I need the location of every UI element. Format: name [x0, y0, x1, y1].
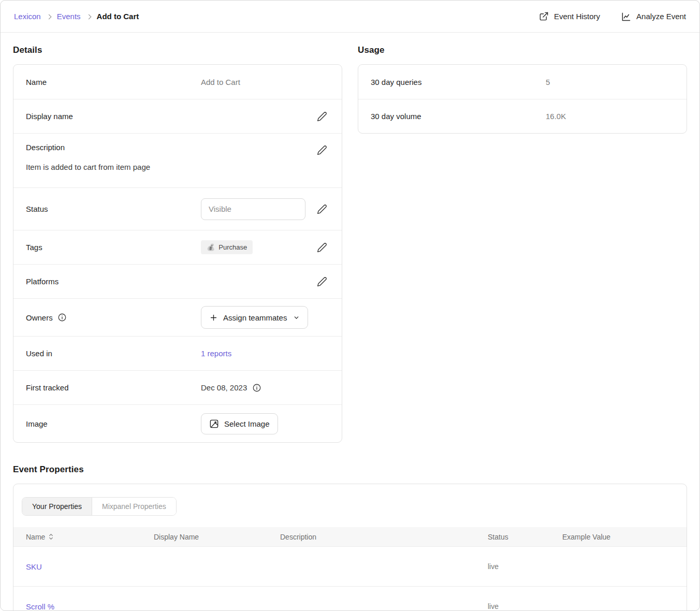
details-title: Details	[13, 45, 342, 55]
select-image-label: Select Image	[224, 419, 270, 428]
name-column-label: Name	[26, 533, 45, 541]
chevron-right-icon	[86, 14, 91, 19]
property-row-sku[interactable]: SKU live	[13, 546, 687, 586]
status-label: Status	[26, 205, 201, 213]
info-icon[interactable]	[57, 313, 67, 322]
property-status: live	[488, 602, 562, 610]
edit-description-button[interactable]	[315, 143, 329, 157]
tab-mixpanel-properties[interactable]: Mixpanel Properties	[92, 498, 176, 515]
usage-card: 30 day queries 5 30 day volume 16.0K	[358, 64, 687, 134]
chevron-down-icon	[293, 314, 300, 321]
tags-label: Tags	[26, 243, 201, 252]
event-history-button[interactable]: Event History	[539, 11, 600, 21]
detail-row-status: Status	[13, 187, 342, 230]
detail-row-used-in: Used in 1 reports	[13, 336, 342, 370]
first-tracked-value: Dec 08, 2023	[201, 383, 247, 392]
tag-label: Purchase	[218, 243, 247, 251]
usage-row-volume: 30 day volume 16.0K	[358, 99, 687, 133]
owners-label: Owners	[26, 313, 53, 322]
chevron-right-icon	[46, 14, 51, 19]
status-input[interactable]	[201, 198, 305, 220]
detail-row-description: Description Item is added to cart from i…	[13, 133, 342, 187]
external-link-icon	[539, 11, 549, 21]
usage-title: Usage	[358, 45, 687, 55]
analyze-event-button[interactable]: Analyze Event	[621, 11, 686, 22]
first-tracked-label: First tracked	[26, 383, 201, 392]
line-chart-icon	[621, 11, 631, 22]
pencil-icon	[317, 145, 327, 155]
volume-value: 16.0K	[546, 112, 566, 121]
event-properties-card: Your Properties Mixpanel Properties Name	[13, 484, 687, 611]
assign-teammates-button[interactable]: Assign teammates	[201, 306, 308, 329]
used-in-label: Used in	[26, 349, 201, 358]
pencil-icon	[317, 277, 327, 287]
detail-row-first-tracked: First tracked Dec 08, 2023	[13, 370, 342, 404]
column-header-description: Description	[280, 533, 488, 541]
event-history-label: Event History	[554, 12, 600, 21]
header-actions: Event History Analyze Event	[539, 11, 686, 22]
properties-table: Name Display Name Description Status	[13, 527, 687, 611]
properties-table-header: Name Display Name Description Status	[13, 527, 687, 546]
used-in-reports-link[interactable]: 1 reports	[201, 349, 231, 358]
edit-display-name-button[interactable]	[315, 109, 329, 124]
event-properties-title: Event Properties	[13, 464, 687, 475]
edit-platforms-button[interactable]	[315, 274, 329, 289]
column-header-example-value: Example Value	[562, 533, 687, 541]
breadcrumb: Lexicon Events Add to Cart	[14, 12, 139, 21]
pencil-icon	[317, 111, 327, 122]
properties-tabs: Your Properties Mixpanel Properties	[13, 484, 687, 527]
breadcrumb-current-event: Add to Cart	[97, 12, 139, 21]
detail-row-tags: Tags 💰 Purchase	[13, 230, 342, 264]
pencil-icon	[317, 242, 327, 253]
usage-row-queries: 30 day queries 5	[358, 65, 687, 99]
money-bag-icon: 💰	[207, 243, 215, 251]
plus-icon	[209, 313, 218, 322]
select-image-button[interactable]: Select Image	[201, 413, 278, 434]
column-header-status: Status	[488, 533, 562, 541]
tag-chip-purchase: 💰 Purchase	[201, 240, 253, 254]
analyze-event-label: Analyze Event	[636, 12, 686, 21]
edit-tags-button[interactable]	[315, 240, 329, 255]
property-name-link[interactable]: Scroll %	[26, 602, 54, 611]
event-properties-section: Event Properties Your Properties Mixpane…	[13, 464, 687, 611]
breadcrumb-events-link[interactable]: Events	[57, 12, 81, 21]
display-name-label: Display name	[26, 112, 201, 121]
event-name-value: Add to Cart	[201, 78, 240, 86]
usage-section: Usage 30 day queries 5 30 day volume 16.…	[358, 45, 687, 134]
details-card: Name Add to Cart Display name	[13, 64, 342, 443]
description-label: Description	[26, 143, 315, 152]
detail-row-display-name: Display name	[13, 99, 342, 133]
breadcrumb-lexicon-link[interactable]: Lexicon	[14, 12, 41, 21]
queries-value: 5	[546, 78, 550, 86]
detail-row-image: Image Select Image	[13, 404, 342, 442]
name-label: Name	[26, 78, 201, 86]
queries-label: 30 day queries	[371, 78, 546, 86]
detail-row-name: Name Add to Cart	[13, 65, 342, 99]
property-row-scroll[interactable]: Scroll % live	[13, 586, 687, 611]
property-name-link[interactable]: SKU	[26, 562, 42, 571]
detail-row-platforms: Platforms	[13, 264, 342, 298]
image-icon	[209, 419, 219, 429]
assign-teammates-label: Assign teammates	[223, 313, 287, 322]
edit-status-button[interactable]	[315, 202, 329, 216]
description-value: Item is added to cart from item page	[26, 163, 329, 171]
lexicon-event-detail-page: Lexicon Events Add to Cart Event History	[0, 0, 700, 611]
tab-your-properties[interactable]: Your Properties	[22, 498, 92, 515]
platforms-label: Platforms	[26, 277, 201, 286]
details-section: Details Name Add to Cart Display name	[13, 45, 342, 443]
column-header-name[interactable]: Name	[26, 533, 154, 541]
info-icon[interactable]	[252, 383, 261, 392]
volume-label: 30 day volume	[371, 112, 546, 121]
main-content: Details Name Add to Cart Display name	[1, 33, 699, 611]
sort-icon	[48, 533, 54, 540]
detail-row-owners: Owners	[13, 298, 342, 336]
property-status: live	[488, 562, 562, 571]
column-header-display-name: Display Name	[154, 533, 280, 541]
image-label: Image	[26, 419, 201, 428]
pencil-icon	[317, 204, 327, 214]
top-bar: Lexicon Events Add to Cart Event History	[1, 1, 699, 33]
